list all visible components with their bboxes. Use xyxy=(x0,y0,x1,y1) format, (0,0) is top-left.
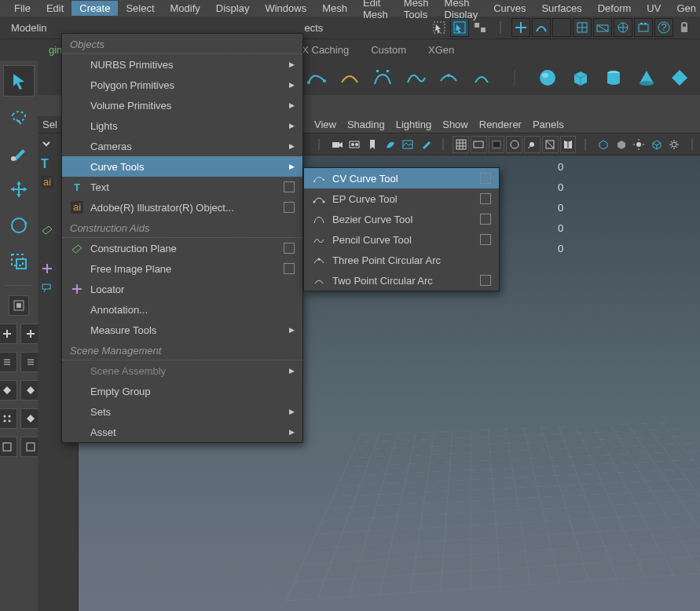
menu-item-asset[interactable]: Asset▶ xyxy=(62,422,302,442)
menu-create[interactable]: Create xyxy=(71,1,118,16)
wireframe-icon[interactable] xyxy=(542,136,559,153)
menu-item-nurbs-primitives[interactable]: NURBS Primitives▶ xyxy=(62,54,302,75)
iso-shaded-icon[interactable] xyxy=(613,136,629,153)
move-tool[interactable] xyxy=(3,174,35,205)
vp-renderer[interactable]: Renderer xyxy=(479,119,522,130)
submenu-item-two-point-circular-arc[interactable]: Two Point Circular Arc xyxy=(304,270,499,291)
annotation-icon[interactable] xyxy=(41,281,55,295)
menu-mesh[interactable]: Mesh xyxy=(314,1,355,16)
gate-mask-icon[interactable] xyxy=(489,136,505,153)
vp-lighting[interactable]: Lighting xyxy=(396,119,432,130)
option-box[interactable] xyxy=(480,173,491,184)
select-all-icon[interactable] xyxy=(450,18,469,37)
menu-item-cameras[interactable]: Cameras▶ xyxy=(62,136,302,156)
leaf-icon[interactable] xyxy=(382,136,398,153)
submenu-item-pencil-curve-tool[interactable]: Pencil Curve Tool xyxy=(304,229,499,250)
menu-item-scene-assembly[interactable]: Scene Assembly▶ xyxy=(62,360,302,381)
iso-wire-icon[interactable] xyxy=(648,136,665,153)
iso-cube-icon[interactable] xyxy=(596,136,612,153)
menu-edit-mesh[interactable]: Edit Mesh xyxy=(355,0,396,22)
menu-item-text[interactable]: TText xyxy=(62,177,302,197)
chevron-down-icon[interactable] xyxy=(41,138,55,152)
vp-panels[interactable]: Panels xyxy=(533,119,564,130)
vp-shading[interactable]: Shading xyxy=(347,119,385,130)
menu-item-adobe-r-illustrator-r-object-[interactable]: aiAdobe(R) Illustrator(R) Object... xyxy=(62,197,302,218)
plane-green-icon[interactable] xyxy=(41,223,55,237)
sphere-icon[interactable] xyxy=(534,64,561,91)
scale-tool[interactable] xyxy=(3,246,35,277)
menu-display[interactable]: Display xyxy=(208,1,258,16)
option-box[interactable] xyxy=(480,214,491,225)
tab-custom[interactable]: Custom xyxy=(360,41,417,59)
texture-icon[interactable]: T xyxy=(560,136,577,153)
menu-item-lights[interactable]: Lights▶ xyxy=(62,115,302,136)
brush-icon[interactable] xyxy=(417,136,434,153)
curve-pencil-icon[interactable] xyxy=(402,64,429,91)
tab-xgen[interactable]: XGen xyxy=(417,41,465,59)
text-tool-icon[interactable]: T xyxy=(41,157,55,171)
tool-list-1[interactable] xyxy=(0,352,17,372)
snap-plane-icon[interactable] xyxy=(593,18,612,37)
tool-extra-1[interactable] xyxy=(9,295,29,316)
menu-item-volume-primitives[interactable]: Volume Primitives▶ xyxy=(62,95,302,115)
joint-icon[interactable] xyxy=(524,136,541,153)
camera-icon[interactable] xyxy=(329,136,346,153)
rotate-tool[interactable] xyxy=(3,210,35,241)
tool-plus-1[interactable] xyxy=(0,324,17,344)
option-box[interactable] xyxy=(480,275,491,286)
snap-curve-icon[interactable] xyxy=(532,18,551,37)
option-box[interactable] xyxy=(284,263,295,274)
image-icon[interactable] xyxy=(400,136,416,153)
bookmark-icon[interactable] xyxy=(365,136,381,153)
menu-modify[interactable]: Modify xyxy=(163,1,208,16)
menu-edit[interactable]: Edit xyxy=(38,1,71,16)
menu-uv[interactable]: UV xyxy=(639,1,669,16)
menu-surfaces[interactable]: Surfaces xyxy=(533,1,589,16)
snap-grid-icon[interactable] xyxy=(573,18,592,37)
vp-view[interactable]: View xyxy=(314,119,336,130)
tool-dots-1[interactable] xyxy=(0,408,17,429)
lock-icon[interactable] xyxy=(675,18,694,37)
menu-item-polygon-primitives[interactable]: Polygon Primitives▶ xyxy=(62,75,302,95)
film-icon[interactable] xyxy=(346,136,363,153)
menu-item-annotation-[interactable]: Annotation... xyxy=(62,299,302,320)
option-box[interactable] xyxy=(480,193,491,204)
snap-move-icon[interactable] xyxy=(511,18,530,37)
curve-bezier-icon[interactable] xyxy=(369,64,396,91)
menu-file[interactable]: File xyxy=(6,1,38,16)
mask-icon[interactable] xyxy=(471,18,489,37)
menu-item-sets[interactable]: Sets▶ xyxy=(62,401,302,422)
tool-bars-1[interactable] xyxy=(0,437,17,457)
lasso-tool[interactable] xyxy=(3,101,35,133)
menu-item-curve-tools[interactable]: Curve Tools▶ xyxy=(62,156,302,177)
tool-diamond-1[interactable] xyxy=(0,380,17,401)
live-icon[interactable] xyxy=(614,18,632,37)
submenu-item-cv-curve-tool[interactable]: CV Curve Tool xyxy=(304,168,499,188)
vp-show[interactable]: Show xyxy=(442,119,468,130)
menu-item-measure-tools[interactable]: Measure Tools▶ xyxy=(62,320,302,340)
mode-dropdown[interactable]: Modelin xyxy=(6,20,52,35)
option-box[interactable] xyxy=(480,234,491,245)
menu-item-empty-group[interactable]: Empty Group xyxy=(62,381,302,401)
submenu-item-three-point-circular-arc[interactable]: Three Point Circular Arc xyxy=(304,250,499,270)
locator-purple-icon[interactable] xyxy=(41,262,55,276)
cylinder-icon[interactable] xyxy=(600,64,627,91)
option-box[interactable] xyxy=(284,243,295,254)
menu-item-locator[interactable]: Locator xyxy=(62,279,302,299)
menu-curves[interactable]: Curves xyxy=(486,1,533,16)
arc2-icon[interactable] xyxy=(468,64,495,91)
cube-icon[interactable] xyxy=(567,64,594,91)
gear-icon[interactable] xyxy=(666,136,683,153)
menu-gen[interactable]: Gen xyxy=(669,1,700,16)
menu-select[interactable]: Select xyxy=(118,1,162,16)
curve-ep-icon[interactable] xyxy=(336,64,363,91)
menu-item-free-image-plane[interactable]: Free Image Plane xyxy=(62,258,302,279)
submenu-item-bezier-curve-tool[interactable]: Bezier Curve Tool xyxy=(304,209,499,229)
curve-cv-icon[interactable] xyxy=(303,64,330,91)
option-box[interactable] xyxy=(284,202,295,213)
menu-windows[interactable]: Windows xyxy=(257,1,314,16)
arc3-icon[interactable] xyxy=(435,64,462,91)
option-box[interactable] xyxy=(284,181,295,192)
cone-icon[interactable] xyxy=(633,64,660,91)
select-mask-icon[interactable] xyxy=(430,18,449,37)
